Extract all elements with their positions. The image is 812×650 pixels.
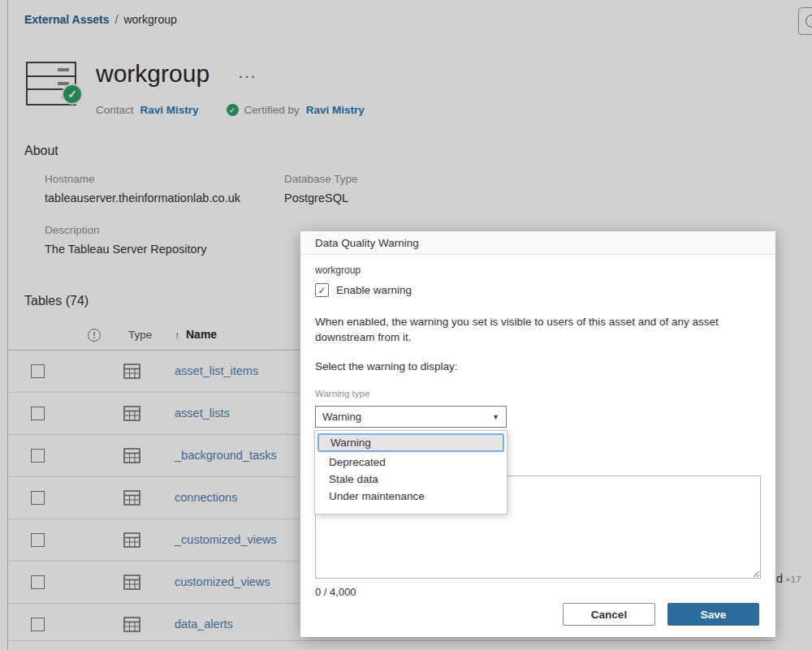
cancel-button[interactable]: Cancel: [563, 603, 655, 626]
dialog-description: When enabled, the warning you set is vis…: [315, 314, 767, 345]
character-counter: 0 / 4,000: [315, 586, 356, 598]
warning-type-selected-value: Warning: [322, 411, 361, 423]
warning-type-options-list: Warning Deprecated Stale data Under main…: [314, 430, 508, 514]
save-button[interactable]: Save: [667, 603, 759, 626]
enable-warning-checkbox[interactable]: ✓: [315, 283, 329, 297]
select-warning-prompt: Select the warning to display:: [315, 360, 458, 372]
enable-warning-label: Enable warning: [336, 284, 412, 296]
chevron-down-icon: ▼: [492, 413, 499, 421]
warning-type-select[interactable]: Warning ▼: [315, 406, 507, 428]
dialog-asset-name: workgroup: [315, 265, 361, 276]
option-stale-data[interactable]: Stale data: [315, 471, 507, 488]
option-under-maintenance[interactable]: Under maintenance: [315, 488, 507, 505]
dialog-title: Data Quality Warning: [300, 231, 775, 255]
warning-type-label: Warning type: [315, 389, 369, 398]
option-warning[interactable]: Warning: [317, 433, 504, 452]
enable-warning-row: ✓ Enable warning: [315, 283, 412, 297]
external-assets-page: External Assets/workgroup ✓ workgroup ··…: [0, 0, 812, 650]
data-quality-warning-dialog: Data Quality Warning workgroup ✓ Enable …: [300, 231, 775, 637]
option-deprecated[interactable]: Deprecated: [315, 454, 507, 471]
